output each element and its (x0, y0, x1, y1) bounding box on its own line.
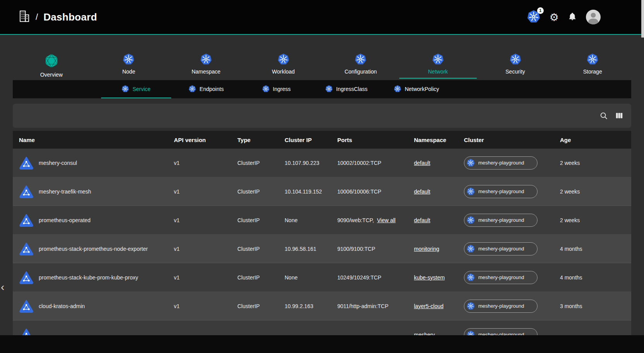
table-row[interactable]: prometheus-stack-prometheus-node-exporte… (13, 235, 631, 263)
cell-api-version: v1 (174, 274, 237, 281)
search-button[interactable] (599, 111, 608, 120)
cell-cluster-ip: 10.99.2.163 (285, 303, 337, 309)
cell-ports: 10249/10249:TCP (337, 274, 414, 281)
header-accent-line (0, 34, 644, 35)
kubernetes-icon (467, 245, 475, 253)
cell-cluster-ip: None (285, 217, 337, 223)
tab-label: Storage (583, 69, 602, 75)
cluster-chip[interactable]: meshery-playground (464, 271, 538, 284)
subtab-ingressclass[interactable]: IngressClass (311, 80, 381, 98)
column-header-name: Name (13, 137, 174, 143)
column-header-ports: Ports (337, 137, 414, 143)
namespace-link[interactable]: layer5-cloud (414, 303, 443, 309)
table-row[interactable]: prometheus-stack-kube-prom-kube-proxyv1C… (13, 263, 631, 292)
table-row[interactable]: meshery-traefik-meshv1ClusterIP10.104.11… (13, 177, 631, 206)
cell-api-version: v1 (174, 160, 237, 166)
cluster-chip[interactable]: meshery-playground (464, 156, 538, 170)
kubernetes-icon (467, 159, 475, 167)
services-table: NameAPI versionTypeCluster IPPortsNamesp… (13, 131, 631, 349)
tab-label: Network (428, 69, 448, 75)
table-row[interactable]: cloud-kratos-adminv1ClusterIP10.99.2.163… (13, 292, 631, 320)
kubernetes-icon (510, 53, 521, 65)
service-icon (19, 185, 34, 198)
cell-ports: 9011/http-admin:TCP (337, 303, 414, 309)
cell-namespace: default (414, 160, 464, 166)
column-header-cluster-ip: Cluster IP (285, 137, 337, 143)
column-header-namespace: Namespace (414, 137, 464, 143)
cell-api-version: v1 (174, 217, 237, 223)
subtab-ingress[interactable]: Ingress (241, 80, 311, 98)
cell-cluster: meshery-playground (464, 300, 560, 313)
service-name: prometheus-operated (39, 217, 91, 223)
page-title: Dashboard (43, 11, 97, 23)
cluster-chip-label: meshery-playground (478, 274, 524, 280)
table-row[interactable]: meshery-consulv1ClusterIP10.107.90.22310… (13, 149, 631, 177)
cell-api-version: v1 (174, 188, 237, 195)
namespace-link[interactable]: default (414, 188, 430, 195)
subtab-label: NetworkPolicy (405, 86, 439, 92)
cell-type: ClusterIP (237, 246, 285, 252)
cell-namespace: kube-system (414, 274, 464, 281)
meshery-icon (44, 53, 59, 68)
subtab-service[interactable]: Service (101, 80, 171, 98)
service-icon (19, 242, 34, 255)
table-body: meshery-consulv1ClusterIP10.107.90.22310… (13, 149, 631, 349)
cell-name: meshery-consul (13, 156, 174, 170)
kubernetes-icon (123, 53, 134, 65)
kubernetes-icon (355, 53, 366, 65)
tab-network[interactable]: Network (399, 50, 477, 79)
tab-overview[interactable]: Overview (13, 50, 90, 79)
cluster-chip[interactable]: meshery-playground (464, 242, 538, 255)
vertical-scrollbar-thumb[interactable] (641, 0, 644, 38)
service-name: cloud-kratos-admin (39, 303, 85, 309)
tab-storage[interactable]: Storage (554, 50, 631, 79)
kubernetes-icon (467, 273, 475, 281)
cluster-chip[interactable]: meshery-playground (464, 185, 538, 198)
cell-name: prometheus-stack-kube-prom-kube-proxy (13, 271, 174, 284)
kubernetes-context-button[interactable]: 1 (527, 10, 540, 24)
subtab-label: IngressClass (336, 86, 368, 92)
subtab-networkpolicy[interactable]: NetworkPolicy (381, 80, 452, 98)
tab-security[interactable]: Security (477, 50, 554, 79)
cell-cluster: meshery-playground (464, 156, 560, 170)
tab-label: Namespace (192, 69, 221, 75)
cluster-chip[interactable]: meshery-playground (464, 214, 538, 227)
namespace-link[interactable]: default (414, 160, 430, 166)
app-header: / Dashboard 1 ⚙ (0, 0, 644, 34)
service-name: meshery-traefik-mesh (39, 188, 91, 195)
kubernetes-icon (278, 53, 289, 65)
tab-workload[interactable]: Workload (245, 50, 322, 79)
building-icon (19, 10, 30, 24)
cluster-chip[interactable]: meshery-playground (464, 300, 538, 313)
kubernetes-icon (467, 216, 475, 224)
notifications-button[interactable] (568, 12, 577, 22)
subtab-label: Endpoints (199, 86, 223, 92)
service-name: prometheus-stack-kube-prom-kube-proxy (39, 274, 138, 281)
tab-configuration[interactable]: Configuration (322, 50, 400, 79)
table-row[interactable]: prometheus-operatedv1ClusterIPNone9090/w… (13, 206, 631, 235)
subtab-endpoints[interactable]: Endpoints (171, 80, 241, 98)
kubernetes-icon (122, 85, 129, 93)
user-avatar[interactable] (586, 10, 601, 24)
tab-label: Overview (40, 72, 63, 78)
breadcrumb: / Dashboard (19, 10, 97, 24)
view-columns-button[interactable] (615, 111, 623, 120)
view-all-link[interactable]: View all (377, 217, 395, 223)
cell-age: 4 months (560, 246, 631, 252)
namespace-link[interactable]: kube-system (414, 274, 445, 281)
cell-name: cloud-kratos-admin (13, 300, 174, 313)
namespace-link[interactable]: default (414, 217, 430, 223)
tab-node[interactable]: Node (90, 50, 168, 79)
service-name: meshery-consul (39, 160, 77, 166)
settings-button[interactable]: ⚙ (550, 12, 559, 22)
collapse-drawer-button[interactable]: ‹ (0, 279, 8, 295)
tab-namespace[interactable]: Namespace (167, 50, 245, 79)
cell-type: ClusterIP (237, 160, 285, 166)
namespace-link[interactable]: monitoring (414, 246, 439, 252)
view-columns-icon (615, 111, 623, 120)
bottom-cutoff-strip (0, 335, 644, 353)
kubernetes-icon (394, 85, 401, 93)
cell-type: ClusterIP (237, 188, 285, 195)
cell-namespace: default (414, 217, 464, 223)
tab-label: Workload (272, 69, 295, 75)
